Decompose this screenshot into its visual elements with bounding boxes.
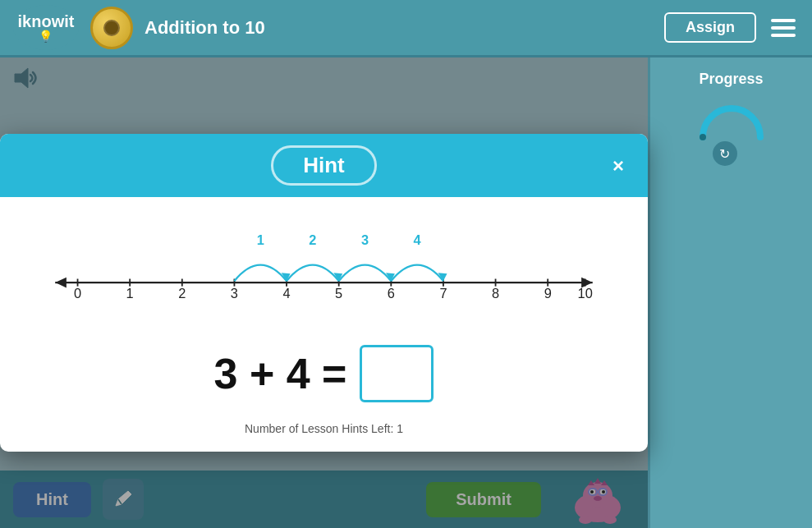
svg-text:4: 4 — [282, 286, 290, 301]
medal — [90, 7, 133, 49]
main-area: 3 Hint Submit — [0, 57, 812, 528]
content-area: 3 Hint Submit — [0, 57, 648, 528]
assign-button[interactable]: Assign — [664, 12, 756, 43]
svg-text:3: 3 — [361, 232, 369, 247]
progress-arc-svg — [695, 96, 768, 141]
equation-area: 3 + 4 = — [214, 345, 434, 402]
app-container: iknowit 💡 Addition to 10 Assign — [0, 0, 812, 528]
svg-text:7: 7 — [439, 286, 447, 301]
svg-text:1: 1 — [126, 286, 134, 301]
svg-text:10: 10 — [578, 286, 593, 301]
svg-text:0: 0 — [74, 286, 81, 301]
equation-text: 3 + 4 = — [214, 349, 347, 398]
svg-text:2: 2 — [178, 286, 186, 301]
svg-text:8: 8 — [492, 286, 499, 301]
hints-left-text: Number of Lesson Hints Left: 1 — [245, 422, 403, 435]
svg-marker-18 — [55, 278, 67, 288]
hamburger-line-2 — [771, 26, 796, 30]
hint-modal-title: Hint — [271, 145, 377, 186]
logo-text: iknowit — [18, 13, 75, 30]
svg-text:3: 3 — [231, 286, 238, 301]
hamburger-line-1 — [771, 19, 796, 22]
modal-overlay: Hint × — [0, 57, 648, 528]
svg-text:5: 5 — [335, 286, 342, 301]
hint-modal: Hint × — [0, 134, 648, 452]
hamburger-line-3 — [771, 34, 796, 37]
header: iknowit 💡 Addition to 10 Assign — [0, 0, 812, 57]
svg-text:2: 2 — [309, 232, 316, 247]
hint-close-button[interactable]: × — [603, 151, 633, 181]
refresh-button[interactable]: ↻ — [713, 141, 737, 166]
logo-bulb-icon: 💡 — [39, 30, 53, 43]
hamburger-menu-button[interactable] — [768, 16, 799, 40]
medal-inner — [103, 20, 120, 36]
svg-text:6: 6 — [388, 286, 395, 301]
logo: iknowit 💡 — [13, 5, 79, 50]
lesson-title: Addition to 10 — [145, 17, 653, 39]
hint-modal-header: Hint × — [0, 134, 648, 197]
svg-text:1: 1 — [257, 232, 264, 247]
refresh-icon: ↻ — [719, 146, 730, 162]
answer-box[interactable] — [360, 345, 434, 402]
svg-text:9: 9 — [544, 286, 552, 301]
sidebar: Progress ↻ — [648, 57, 812, 528]
number-line-svg: 0 1 2 3 4 5 — [33, 222, 615, 328]
hint-modal-body: 0 1 2 3 4 5 — [0, 197, 648, 452]
progress-label: Progress — [699, 71, 763, 88]
number-line: 0 1 2 3 4 5 — [33, 222, 615, 328]
svg-text:4: 4 — [414, 232, 422, 247]
